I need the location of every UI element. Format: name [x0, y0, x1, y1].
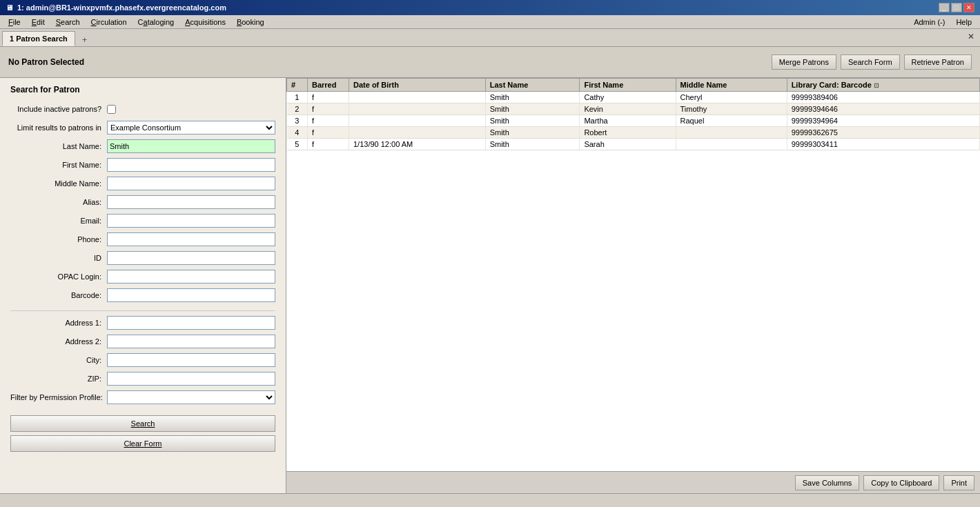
title-bar-title: 🖥 1: admin@BR1-winxpvmfx.phasefx.evergre… [6, 3, 226, 12]
last-name-input[interactable] [107, 139, 275, 153]
cell-lastname: Smith [485, 139, 580, 150]
menu-admin[interactable]: Admin (-) [908, 17, 950, 28]
table-row[interactable]: 1 f Smith Cathy Cheryl 99999389406 [287, 92, 980, 103]
title-bar-controls[interactable]: _ □ ✕ [939, 3, 974, 12]
col-header-num[interactable]: # [287, 79, 308, 92]
zip-input[interactable] [107, 372, 275, 386]
table-row[interactable]: 5 f 1/13/90 12:00 AM Smith Sarah 9999930… [287, 139, 980, 150]
menu-file[interactable]: File [3, 17, 26, 28]
menu-search[interactable]: Search [50, 17, 86, 28]
alias-input[interactable] [107, 195, 275, 209]
cell-lastname: Smith [485, 115, 580, 127]
table-header-row: # Barred Date of Birth Last Name First N… [287, 79, 980, 92]
cell-lastname: Smith [485, 127, 580, 139]
first-name-row: First Name: [10, 157, 275, 172]
merge-patrons-button[interactable]: Merge Patrons [772, 54, 836, 70]
email-row: Email: [10, 213, 275, 228]
cell-dob [349, 115, 486, 127]
zip-row: ZIP: [10, 371, 275, 386]
tab-label: 1 Patron Search [10, 34, 68, 43]
menu-circulation[interactable]: Circulation [86, 17, 133, 28]
cell-middlename [676, 139, 787, 150]
address2-input[interactable] [107, 335, 275, 348]
tab-add-button[interactable]: + [77, 33, 93, 46]
id-input[interactable] [107, 251, 275, 265]
menu-booking[interactable]: Booking [231, 17, 270, 28]
results-table-container[interactable]: # Barred Date of Birth Last Name First N… [286, 78, 980, 471]
cell-dob [349, 103, 486, 115]
cell-firstname: Martha [580, 115, 676, 127]
header-panel: No Patron Selected Merge Patrons Search … [0, 47, 980, 78]
city-input[interactable] [107, 353, 275, 367]
menu-help[interactable]: Help [950, 17, 977, 28]
include-inactive-checkbox[interactable] [107, 105, 116, 114]
menu-acquisitions[interactable]: Acquisitions [179, 17, 231, 28]
col-header-firstname[interactable]: First Name [580, 79, 676, 92]
cell-middlename: Cheryl [676, 92, 787, 103]
limit-results-select[interactable]: Example Consortium [107, 121, 275, 135]
address1-input[interactable] [107, 316, 275, 330]
email-input[interactable] [107, 214, 275, 228]
cell-barred: f [308, 115, 349, 127]
search-form-button[interactable]: Search Form [841, 54, 900, 70]
cell-firstname: Sarah [580, 139, 676, 150]
print-button[interactable]: Print [943, 475, 974, 490]
minimize-button[interactable]: _ [939, 3, 950, 12]
cell-firstname: Kevin [580, 103, 676, 115]
last-name-label: Last Name: [10, 142, 107, 150]
maximize-button[interactable]: □ [951, 3, 962, 12]
first-name-label: First Name: [10, 161, 107, 169]
clear-form-button[interactable]: Clear Form [10, 435, 275, 452]
cell-num: 3 [287, 115, 308, 127]
cell-firstname: Cathy [580, 92, 676, 103]
email-label: Email: [10, 217, 107, 225]
main-area: No Patron Selected Merge Patrons Search … [0, 47, 980, 506]
table-row[interactable]: 2 f Smith Kevin Timothy 99999394646 [287, 103, 980, 115]
limit-results-label: Limit results to patrons in [10, 123, 107, 132]
id-row: ID [10, 250, 275, 266]
results-footer: Save Columns Copy to Clipboard Print [286, 471, 980, 493]
opac-login-row: OPAC Login: [10, 269, 275, 284]
phone-label: Phone: [10, 235, 107, 243]
table-row[interactable]: 4 f Smith Robert 99999362675 [287, 127, 980, 139]
tab-patron-search[interactable]: 1 Patron Search [2, 31, 75, 46]
cell-dob [349, 92, 486, 103]
opac-login-input[interactable] [107, 270, 275, 284]
cell-num: 4 [287, 127, 308, 139]
menu-edit[interactable]: Edit [26, 17, 50, 28]
barcode-row: Barcode: [10, 288, 275, 303]
middle-name-input[interactable] [107, 177, 275, 190]
cell-lastname: Smith [485, 92, 580, 103]
filter-profile-select[interactable] [107, 390, 275, 404]
retrieve-patron-button[interactable]: Retrieve Patron [904, 54, 972, 70]
phone-row: Phone: [10, 232, 275, 247]
cell-barred: f [308, 103, 349, 115]
cell-barcode: 99999362675 [787, 127, 979, 139]
search-panel: Search for Patron Include inactive patro… [0, 78, 286, 493]
save-columns-button[interactable]: Save Columns [795, 475, 860, 490]
form-divider [10, 310, 275, 311]
copy-clipboard-button[interactable]: Copy to Clipboard [863, 475, 939, 490]
close-button[interactable]: ✕ [963, 3, 974, 12]
filter-profile-label: Filter by Permission Profile: [10, 393, 107, 401]
filter-profile-row: Filter by Permission Profile: [10, 390, 275, 405]
table-row[interactable]: 3 f Smith Martha Raquel 99999394964 [287, 115, 980, 127]
col-header-middlename[interactable]: Middle Name [676, 79, 787, 92]
opac-login-label: OPAC Login: [10, 272, 107, 281]
cell-firstname: Robert [580, 127, 676, 139]
col-header-barred[interactable]: Barred [308, 79, 349, 92]
last-name-row: Last Name: [10, 139, 275, 154]
first-name-input[interactable] [107, 158, 275, 172]
phone-input[interactable] [107, 232, 275, 246]
col-header-dob[interactable]: Date of Birth [349, 79, 486, 92]
address2-row: Address 2: [10, 334, 275, 349]
cell-barred: f [308, 127, 349, 139]
col-header-barcode[interactable]: Library Card: Barcode ⊡ [787, 79, 979, 92]
address1-label: Address 1: [10, 319, 107, 327]
menu-cataloging[interactable]: Cataloging [133, 17, 180, 28]
col-header-lastname[interactable]: Last Name [485, 79, 580, 92]
search-button[interactable]: Search [10, 415, 275, 432]
window-close-x[interactable]: ✕ [968, 32, 974, 41]
status-bar [0, 493, 980, 506]
barcode-input[interactable] [107, 288, 275, 302]
